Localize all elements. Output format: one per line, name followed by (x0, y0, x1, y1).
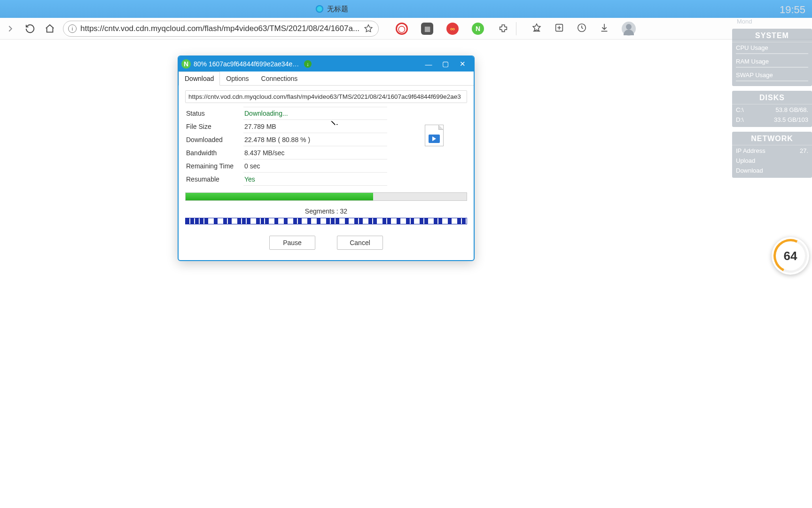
download-url[interactable]: https://cntv.vod.cdn.myqcloud.com/flash/… (185, 90, 467, 103)
segment (204, 218, 209, 224)
profile-avatar[interactable] (622, 22, 636, 36)
segments-label: Segments : 32 (185, 207, 467, 215)
dialog-buttons: Pause Cancel (185, 236, 467, 250)
segment (401, 218, 406, 224)
download-label: Download (736, 167, 763, 174)
close-button[interactable]: ✕ (454, 56, 471, 71)
label-file-size: File Size (185, 120, 243, 133)
site-info-icon[interactable]: i (68, 24, 77, 33)
dialog-titlebar[interactable]: N 80% 1607ac9f64844f699e2ae34ea1a8d89d_h… (179, 56, 474, 71)
segment (279, 218, 284, 224)
segment (219, 218, 223, 224)
segment (350, 218, 354, 224)
segment (261, 218, 265, 224)
segment (317, 218, 321, 224)
segment (247, 218, 251, 224)
segment (373, 218, 378, 224)
disks-panel: DISKS C:\53.8 GB/68. D:\33.5 GB/103 (732, 91, 812, 127)
segment (453, 218, 457, 224)
segment (368, 218, 373, 224)
downloads-icon[interactable] (599, 23, 609, 35)
tab-connections[interactable]: Connections (255, 71, 304, 85)
segment (200, 218, 204, 224)
extensions-menu-icon[interactable] (497, 23, 509, 35)
label-downloaded: Downloaded (185, 133, 243, 146)
segment (383, 218, 387, 224)
extensions: ◯ ▦ ∞ N (396, 23, 509, 35)
segment (340, 218, 345, 224)
segment (228, 218, 233, 224)
segment (256, 218, 261, 224)
download-active-icon (304, 60, 312, 68)
segment (457, 218, 462, 224)
tab-download[interactable]: Download (179, 71, 220, 86)
toolbar-right (531, 22, 636, 36)
tab-options[interactable]: Options (220, 71, 255, 85)
refresh-button[interactable] (23, 22, 37, 35)
ram-label: RAM Usage (736, 58, 769, 65)
segment (293, 218, 298, 224)
value-bandwidth: 8.437 MB/sec (243, 146, 387, 159)
label-bandwidth: Bandwidth (185, 146, 243, 159)
ext-ndm-icon[interactable]: N (472, 23, 484, 35)
ext-box-icon[interactable]: ▦ (421, 23, 433, 35)
ext-infinity-icon[interactable]: ∞ (446, 23, 459, 35)
ip-label: IP Address (736, 147, 765, 154)
minimize-button[interactable]: — (420, 56, 437, 71)
disks-title: DISKS (732, 91, 812, 104)
browser-toolbar: i https://cntv.vod.cdn.myqcloud.com/flas… (0, 18, 812, 40)
network-title: NETWORK (732, 132, 812, 145)
segment (190, 218, 195, 224)
cancel-button[interactable]: Cancel (337, 236, 383, 250)
segment (378, 218, 383, 224)
address-bar[interactable]: i https://cntv.vod.cdn.myqcloud.com/flas… (63, 21, 379, 37)
segment (415, 218, 420, 224)
segment (321, 218, 326, 224)
segment (251, 218, 256, 224)
segment (424, 218, 429, 224)
favorites-icon[interactable] (531, 23, 542, 35)
download-dialog: N 80% 1607ac9f64844f699e2ae34ea1a8d89d_h… (178, 56, 475, 261)
segment (434, 218, 438, 224)
segment (438, 218, 443, 224)
maximize-button[interactable]: ▢ (437, 56, 454, 71)
segment (336, 218, 340, 224)
segment (387, 218, 392, 224)
segment (354, 218, 359, 224)
progress-fill (186, 193, 373, 200)
home-button[interactable] (43, 22, 56, 35)
gauge-value: 64 (784, 249, 797, 263)
dialog-title: 80% 1607ac9f64844f699e2ae34ea1a8d89d_h26… (194, 60, 302, 68)
value-resumable: Yes (243, 173, 387, 186)
mouse-cursor-icon (333, 119, 340, 128)
segment (345, 218, 350, 224)
file-type-icon (425, 125, 444, 146)
segment (462, 218, 467, 224)
segment (223, 218, 228, 224)
forward-button[interactable] (4, 22, 17, 35)
segment (186, 218, 190, 224)
collections-icon[interactable] (554, 23, 564, 35)
segment (326, 218, 331, 224)
segment (303, 218, 307, 224)
ext-ublock-icon[interactable]: ◯ (396, 23, 408, 35)
history-icon[interactable] (577, 23, 587, 35)
segment (420, 218, 424, 224)
swap-label: SWAP Usage (736, 71, 773, 79)
favorite-icon[interactable] (363, 24, 374, 34)
segment (298, 218, 303, 224)
cpu-label: CPU Usage (736, 44, 768, 51)
segment (195, 218, 200, 224)
progress-bar (185, 192, 467, 201)
disk-c-label: C:\ (736, 106, 744, 113)
disk-d-label: D:\ (736, 116, 744, 123)
segment (270, 218, 274, 224)
pause-button[interactable]: Pause (269, 236, 315, 250)
segment (289, 218, 293, 224)
value-file-size: 27.789 MB (243, 120, 387, 133)
dialog-tabs: Download Options Connections (179, 71, 474, 86)
segment (411, 218, 415, 224)
segment (331, 218, 336, 224)
segment (406, 218, 411, 224)
label-remaining: Remaining Time (185, 159, 243, 173)
